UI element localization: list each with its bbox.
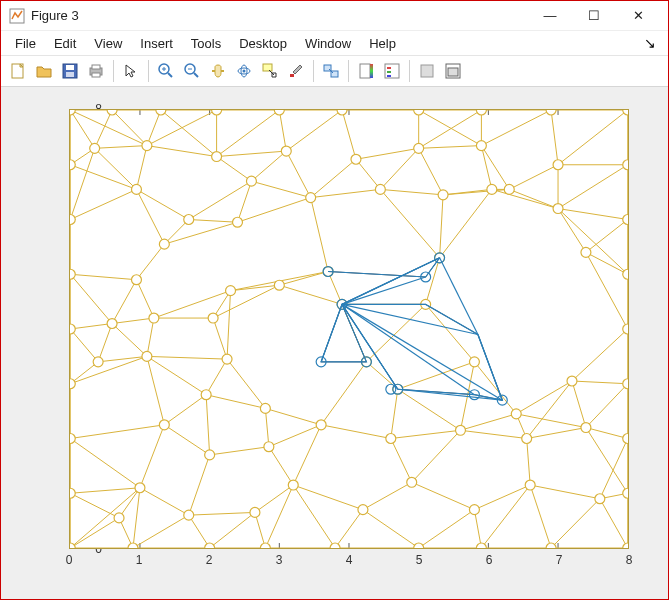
rotate-3d-button[interactable] <box>231 58 257 84</box>
svg-line-223 <box>293 425 321 485</box>
svg-point-298 <box>233 217 243 227</box>
svg-line-182 <box>572 329 628 381</box>
svg-line-120 <box>558 165 628 209</box>
svg-line-241 <box>189 512 255 515</box>
hide-tools-button[interactable] <box>414 58 440 84</box>
svg-line-194 <box>265 408 268 446</box>
menu-edit[interactable]: Edit <box>46 34 84 53</box>
xtick-label: 4 <box>346 553 353 567</box>
menu-window[interactable]: Window <box>297 34 359 53</box>
svg-line-122 <box>70 189 136 219</box>
minimize-button[interactable]: — <box>528 1 572 31</box>
svg-line-13 <box>194 73 198 77</box>
svg-point-299 <box>246 176 256 186</box>
menu-insert[interactable]: Insert <box>132 34 181 53</box>
svg-line-9 <box>168 73 172 77</box>
svg-line-158 <box>311 198 328 272</box>
svg-point-281 <box>476 110 486 115</box>
menu-file[interactable]: File <box>7 34 44 53</box>
svg-line-146 <box>136 280 153 318</box>
dock-button[interactable] <box>440 58 466 84</box>
svg-point-316 <box>107 319 117 329</box>
pointer-button[interactable] <box>118 58 144 84</box>
colorbar-button[interactable] <box>353 58 379 84</box>
menu-tools[interactable]: Tools <box>183 34 229 53</box>
xtick-label: 8 <box>626 553 633 567</box>
svg-line-129 <box>238 181 252 222</box>
svg-line-369 <box>342 304 474 394</box>
svg-line-237 <box>70 518 119 548</box>
axes[interactable] <box>69 109 629 549</box>
svg-line-113 <box>481 146 509 190</box>
svg-point-337 <box>264 442 274 452</box>
toolbar-separator <box>348 60 349 82</box>
svg-point-352 <box>469 505 479 515</box>
new-figure-button[interactable] <box>5 58 31 84</box>
svg-point-354 <box>595 494 605 504</box>
print-button[interactable] <box>83 58 109 84</box>
toolbar-overflow-icon[interactable]: ↘ <box>638 33 662 53</box>
svg-line-216 <box>140 425 164 488</box>
svg-point-348 <box>250 507 260 517</box>
svg-point-331 <box>511 409 521 419</box>
svg-point-310 <box>274 280 284 290</box>
brush-button[interactable] <box>283 58 309 84</box>
svg-point-361 <box>414 543 424 548</box>
svg-line-215 <box>164 425 209 455</box>
svg-point-313 <box>581 247 591 257</box>
svg-line-118 <box>509 189 558 208</box>
svg-line-137 <box>443 189 509 194</box>
zoom-out-button[interactable] <box>179 58 205 84</box>
figure-canvas[interactable]: 8 7 6 5 4 3 2 1 0 0 1 2 3 4 5 6 7 8 <box>1 87 668 599</box>
svg-line-174 <box>147 318 154 356</box>
link-plot-button[interactable] <box>318 58 344 84</box>
svg-line-140 <box>586 220 628 253</box>
maximize-button[interactable]: ☐ <box>572 1 616 31</box>
svg-line-204 <box>460 414 516 430</box>
svg-line-72 <box>95 110 112 148</box>
svg-line-79 <box>147 110 217 146</box>
svg-line-227 <box>527 439 530 486</box>
svg-line-254 <box>419 510 475 548</box>
svg-line-263 <box>70 488 140 548</box>
svg-line-94 <box>481 110 551 146</box>
svg-line-365 <box>342 258 440 305</box>
svg-line-368 <box>342 304 398 389</box>
svg-line-198 <box>391 389 398 438</box>
legend-button[interactable] <box>379 58 405 84</box>
svg-line-155 <box>279 285 342 304</box>
svg-point-339 <box>386 434 396 444</box>
svg-line-242 <box>133 515 189 548</box>
svg-point-325 <box>201 390 211 400</box>
save-button[interactable] <box>57 58 83 84</box>
svg-rect-30 <box>448 68 458 76</box>
svg-line-100 <box>95 146 147 149</box>
pan-button[interactable] <box>205 58 231 84</box>
toolbar-separator <box>409 60 410 82</box>
svg-point-314 <box>623 269 628 279</box>
svg-line-105 <box>251 151 286 181</box>
svg-point-317 <box>149 313 159 323</box>
svg-line-106 <box>286 151 310 198</box>
svg-point-349 <box>288 480 298 490</box>
svg-line-180 <box>366 304 425 361</box>
open-button[interactable] <box>31 58 57 84</box>
svg-point-302 <box>438 190 448 200</box>
svg-rect-19 <box>290 74 294 77</box>
menu-desktop[interactable]: Desktop <box>231 34 295 53</box>
svg-line-234 <box>70 488 140 493</box>
svg-line-222 <box>321 425 391 439</box>
svg-point-347 <box>184 510 194 520</box>
svg-point-307 <box>131 275 141 285</box>
svg-line-371 <box>321 304 342 361</box>
close-button[interactable]: ✕ <box>616 1 660 31</box>
svg-point-285 <box>90 143 100 153</box>
data-cursor-button[interactable] <box>257 58 283 84</box>
svg-line-206 <box>516 414 586 428</box>
svg-point-275 <box>107 110 117 115</box>
menu-view[interactable]: View <box>86 34 130 53</box>
svg-line-187 <box>147 356 206 394</box>
zoom-in-button[interactable] <box>153 58 179 84</box>
menu-help[interactable]: Help <box>361 34 404 53</box>
svg-point-351 <box>407 477 417 487</box>
